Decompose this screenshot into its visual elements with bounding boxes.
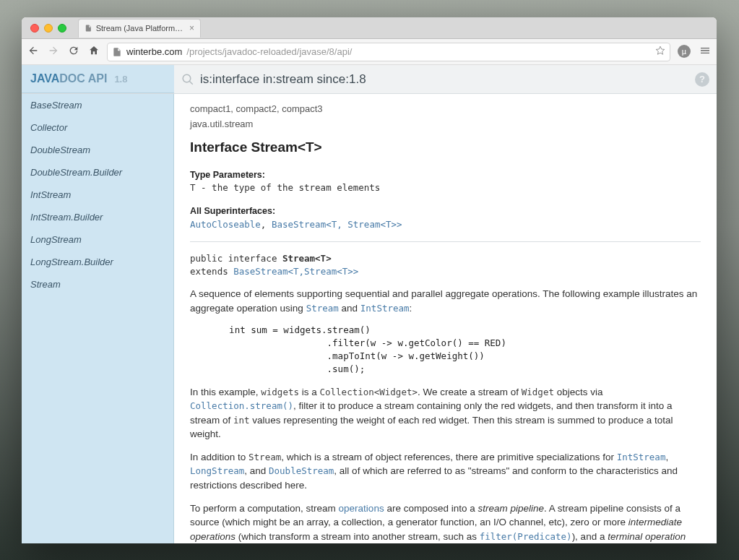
app-header: JAVADOC API 1.8 ? [22,65,717,94]
link-stream[interactable]: Stream<T>> [347,219,402,230]
sidebar-item-intstream-builder[interactable]: IntStream.Builder [22,206,173,228]
page-icon [112,47,122,57]
superinterfaces-value: AutoCloseable, BaseStream<T, Stream<T>> [190,218,701,231]
help-button[interactable]: ? [695,72,709,87]
search-wrap: ? [174,65,717,93]
compacts: compact1, compact2, compact3 [190,103,701,116]
link-operations[interactable]: operations [339,503,384,514]
sidebar[interactable]: BaseStream Collector DoubleStream Double… [22,94,174,543]
app-body: BaseStream Collector DoubleStream Double… [22,94,717,543]
extension-icon[interactable]: µ [678,45,691,58]
sidebar-item-longstream-builder[interactable]: LongStream.Builder [22,251,173,273]
sidebar-item-longstream[interactable]: LongStream [22,228,173,251]
address-bar[interactable]: winterbe.com/projects/javadoc-reloaded/j… [107,43,670,61]
sig-link-stream[interactable]: Stream<T>> [304,266,358,277]
maximize-window-button[interactable] [58,24,66,33]
paragraph-1: A sequence of elements supporting sequen… [190,287,701,315]
logo[interactable]: JAVADOC API 1.8 [22,65,174,93]
bookmark-button[interactable] [655,46,665,58]
browser-window: Stream (Java Platform SE 8 × winterbe.co… [22,17,717,543]
reload-button[interactable] [68,45,79,59]
superinterfaces-label: All Superinterfaces: [190,204,701,217]
link-longstream[interactable]: LongStream [190,465,244,476]
paragraph-2: In this example, widgets is a Collection… [190,385,701,441]
link-filter[interactable]: filter(Predicate) [480,531,572,542]
type-params-label: Type Parameters: [190,168,701,181]
back-button[interactable] [27,45,39,59]
paragraph-3: In addition to Stream, which is a stream… [190,450,701,493]
signature: public interface Stream<T> extends BaseS… [190,252,701,278]
browser-toolbar: winterbe.com/projects/javadoc-reloaded/j… [22,39,717,65]
menu-button[interactable] [699,45,711,59]
sidebar-item-doublestream-builder[interactable]: DoubleStream.Builder [22,161,173,184]
code-example: int sum = widgets.stream() .filter(w -> … [207,324,701,376]
paragraph-4: To perform a computation, stream operati… [190,501,701,543]
link-collection-stream[interactable]: Collection.stream() [190,400,293,411]
logo-strong: JAVA [30,72,59,85]
content[interactable]: compact1, compact2, compact3 java.util.s… [174,94,717,543]
tab-strip: Stream (Java Platform SE 8 × [22,17,717,39]
sidebar-item-collector[interactable]: Collector [22,116,173,139]
link-stream-inline[interactable]: Stream [306,303,339,314]
link-intstream-inline[interactable]: IntStream [360,303,410,314]
tab-close-button[interactable]: × [189,23,194,33]
sig-link-basestream[interactable]: BaseStream<T, [233,266,304,277]
forward-button[interactable] [48,45,59,59]
browser-tab[interactable]: Stream (Java Platform SE 8 × [78,19,201,38]
window-controls [30,24,66,33]
url-host: winterbe.com [126,46,182,57]
toolbar-right: µ [678,45,711,59]
file-icon [85,23,92,33]
search-icon [181,73,194,86]
link-doublestream[interactable]: DoubleStream [269,465,334,476]
close-window-button[interactable] [30,24,39,33]
minimize-window-button[interactable] [44,24,53,33]
package-name: java.util.stream [190,118,701,132]
nav-buttons [27,45,100,59]
app: JAVADOC API 1.8 ? BaseStream Collector D… [22,65,717,543]
sidebar-item-stream[interactable]: Stream [22,273,173,296]
link-intstream-2[interactable]: IntStream [617,452,666,462]
tab-title: Stream (Java Platform SE 8 [96,24,183,33]
logo-version: 1.8 [114,74,127,85]
logo-rest: DOC API [59,72,107,85]
sidebar-item-doublestream[interactable]: DoubleStream [22,139,173,161]
sidebar-item-basestream[interactable]: BaseStream [22,94,173,116]
sidebar-item-intstream[interactable]: IntStream [22,184,173,206]
url-path: /projects/javadoc-reloaded/javase/8/api/ [186,46,352,57]
separator [190,241,701,242]
link-basestream[interactable]: BaseStream<T, [272,219,342,230]
page-title: Interface Stream<T> [190,137,701,158]
home-button[interactable] [88,45,100,59]
link-autocloseable[interactable]: AutoCloseable [190,219,261,230]
type-params-value: T - the type of the stream elements [190,181,701,194]
search-input[interactable] [200,72,689,87]
